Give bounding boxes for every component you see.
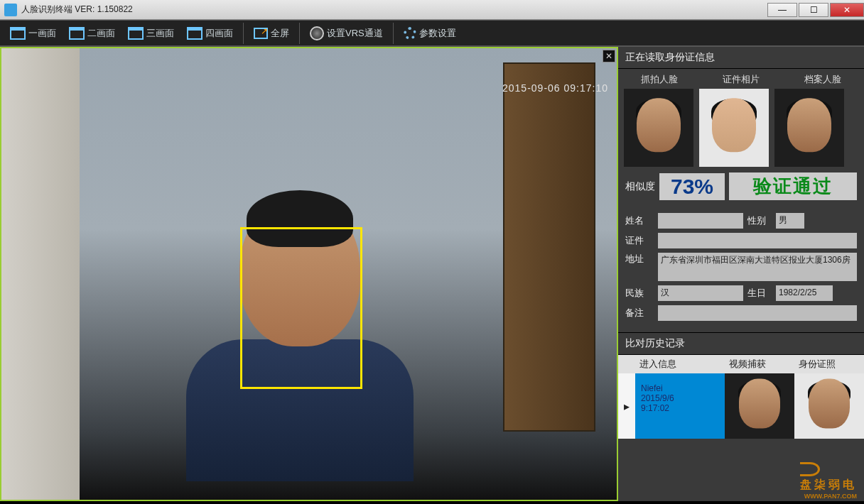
app-icon [4,4,17,16]
close-button[interactable]: ✕ [830,3,864,17]
name-field[interactable] [658,213,743,229]
vrs-channel-button[interactable]: 设置VRS通道 [304,25,389,42]
history-col-enter: 进入信息 [635,355,725,373]
divider [393,23,394,44]
face-detection-box [240,227,362,389]
idnum-field[interactable] [658,233,857,248]
video-feed[interactable]: 2015-09-06 09:17:10 ✕ [0,47,618,501]
scene-door [503,62,595,432]
history-col-id: 身份证照 [794,355,864,373]
view4-button[interactable]: 四画面 [181,26,239,41]
similarity-label: 相似度 [625,180,655,193]
id-photo-thumb [699,89,769,167]
grid-icon [128,27,144,40]
history-date: 2015/9/6 [641,393,719,403]
verify-pass-badge: 验证通过 [729,172,857,200]
history-name: Niefei [641,383,719,393]
gender-label: 性别 [747,214,772,227]
gear-icon [404,27,416,40]
grid-icon [69,27,85,40]
birth-field[interactable]: 1982/2/25 [776,285,833,301]
view3-button[interactable]: 三画面 [122,26,180,41]
fullscreen-icon [254,28,268,39]
thumb-label-capture: 抓拍人脸 [641,73,678,86]
divider [243,23,244,44]
id-fields: 姓名 性别 男 证件 地址 广东省深圳市福田区深南大道特区报业大厦1306房 民… [618,206,864,332]
grid-icon [10,27,26,40]
fullscreen-button[interactable]: 全屏 [248,26,295,41]
name-label: 姓名 [625,214,654,227]
video-timestamp: 2015-09-06 09:17:10 [502,82,608,94]
toolbar: 一画面 二画面 三画面 四画面 全屏 设置VRS通道 参数设置 [0,20,864,47]
id-reading-title: 正在读取身份证信息 [618,47,864,69]
thumb-headers: 抓拍人脸 证件相片 档案人脸 [618,69,864,89]
history-time: 9:17:02 [641,403,719,413]
thumb-label-archive: 档案人脸 [804,73,841,86]
addr-field[interactable]: 广东省深圳市福田区深南大道特区报业大厦1306房 [658,253,857,281]
remark-label: 备注 [625,307,654,319]
birth-label: 生日 [747,287,772,300]
scene-wall [1,48,80,500]
history-id-thumb [794,373,864,439]
capture-face-thumb [624,89,693,167]
video-close-button[interactable]: ✕ [603,50,615,62]
history-header: 进入信息 视频捕获 身份证照 [618,355,864,373]
settings-button[interactable]: 参数设置 [398,26,462,41]
history-enter-info: Niefei 2015/9/6 9:17:02 [635,373,725,439]
similarity-value: 73% [659,173,725,200]
camera-icon [310,26,324,40]
archive-face-thumb [774,89,844,167]
addr-label: 地址 [625,253,654,265]
grid-icon [187,27,202,40]
window-titlebar: 人脸识别终端 VER: 1.150822 — ☐ ✕ [0,0,864,20]
nation-field[interactable]: 汉 [658,285,743,301]
remark-field[interactable] [658,305,857,321]
gender-field[interactable]: 男 [776,213,804,229]
minimize-button[interactable]: — [767,3,797,17]
thumb-label-idphoto: 证件相片 [723,73,760,86]
maximize-button[interactable]: ☐ [799,3,828,17]
history-title: 比对历史记录 [618,333,864,355]
side-panel: 正在读取身份证信息 抓拍人脸 证件相片 档案人脸 相似度 73% 验证通过 姓名… [618,47,864,501]
window-title: 人脸识别终端 VER: 1.150822 [21,4,766,16]
view2-button[interactable]: 二画面 [63,26,121,41]
history-row[interactable]: ▸ Niefei 2015/9/6 9:17:02 [618,373,864,439]
view1-button[interactable]: 一画面 [4,26,62,41]
history-video-thumb [725,373,794,439]
history-col-video: 视频捕获 [725,355,794,373]
row-indicator-icon: ▸ [618,373,635,439]
divider [299,23,300,44]
nation-label: 民族 [625,287,654,300]
idnum-label: 证件 [625,234,654,247]
